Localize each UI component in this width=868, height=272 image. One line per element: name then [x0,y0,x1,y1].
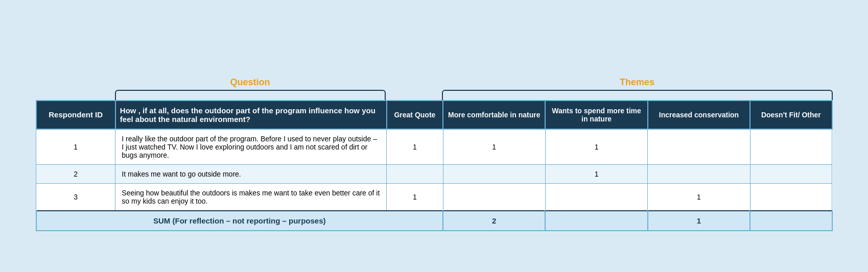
col-header-increased-conservation: Increased conservation [648,101,750,129]
data-table: Respondent ID How , if at all, does the … [36,100,833,231]
sum-wants-to-spend [545,211,647,231]
cell-more-comfortable [443,183,545,211]
table-body: 1I really like the outdoor part of the p… [36,129,832,211]
footer-row: SUM (For reflection – not reporting – pu… [36,211,832,231]
sum-increased-conservation: 1 [648,211,750,231]
cell-respondent-id: 1 [36,129,115,165]
question-brace-section: Question [115,77,386,100]
cell-doesnt-fit [750,129,832,165]
table-row: 1I really like the outdoor part of the p… [36,129,832,165]
col-header-great-quote: Great Quote [387,101,443,129]
themes-brace-label: Themes [620,77,654,88]
col-header-wants-to-spend: Wants to spend more time in nature [545,101,647,129]
cell-more-comfortable: 1 [443,129,545,165]
cell-doesnt-fit [750,183,832,211]
cell-increased-conservation: 1 [648,183,750,211]
cell-more-comfortable [443,164,545,183]
cell-wants-to-spend: 1 [545,129,647,165]
col-header-respondent-id: Respondent ID [36,101,115,129]
header-row: Respondent ID How , if at all, does the … [36,101,832,129]
cell-wants-to-spend: 1 [545,164,647,183]
cell-response-text: Seeing how beautiful the outdoors is mak… [115,183,387,211]
brace-area: Question Themes [36,72,833,100]
question-brace-label: Question [230,77,270,88]
cell-increased-conservation [648,164,750,183]
cell-response-text: I really like the outdoor part of the pr… [115,129,387,165]
main-container: Question Themes Respondent ID How , if a… [36,41,833,231]
col-header-question: How , if at all, does the outdoor part o… [115,101,387,129]
cell-respondent-id: 3 [36,183,115,211]
col-header-doesnt-fit: Doesn't Fit/ Other [750,101,832,129]
themes-brace-shape [442,90,833,100]
cell-great-quote [387,164,443,183]
cell-great-quote: 1 [387,129,443,165]
cell-great-quote: 1 [387,183,443,211]
sum-more-comfortable: 2 [443,211,545,231]
table-row: 2It makes me want to go outside more.1 [36,164,832,183]
sum-label: SUM (For reflection – not reporting – pu… [36,211,443,231]
col-header-more-comfortable: More comfortable in nature [443,101,545,129]
cell-increased-conservation [648,129,750,165]
cell-doesnt-fit [750,164,832,183]
table-row: 3Seeing how beautiful the outdoors is ma… [36,183,832,211]
cell-respondent-id: 2 [36,164,115,183]
cell-response-text: It makes me want to go outside more. [115,164,387,183]
question-brace-shape [115,90,386,100]
sum-doesnt-fit [750,211,832,231]
cell-wants-to-spend [545,183,647,211]
themes-brace-section: Themes [442,77,833,100]
